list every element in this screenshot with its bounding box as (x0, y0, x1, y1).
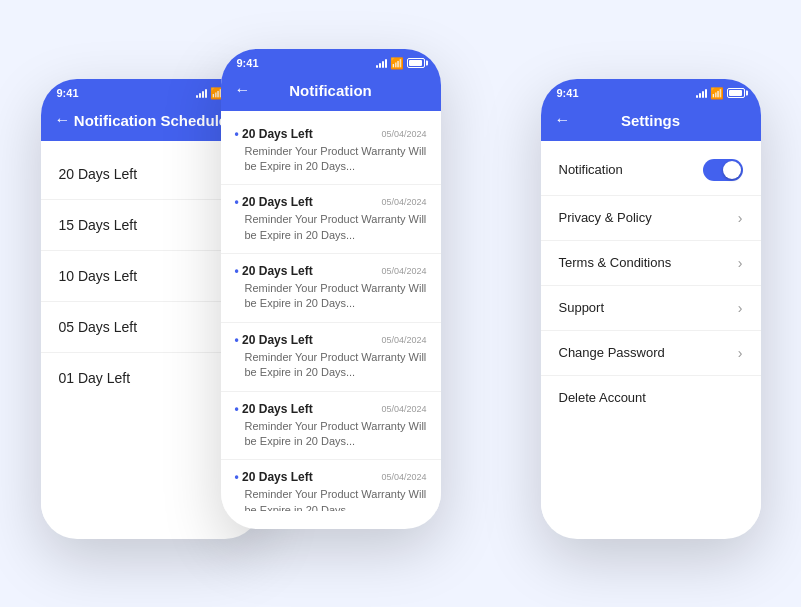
notification-item[interactable]: 20 Days Left 05/04/2024 Reminder Your Pr… (221, 185, 441, 254)
time-1: 9:41 (57, 87, 79, 99)
notif-body: Reminder Your Product Warranty Will be E… (235, 212, 427, 243)
settings-label: Terms & Conditions (559, 255, 672, 270)
settings-item[interactable]: Notification (541, 145, 761, 196)
phones-container: 9:41 📶 ← Notification Schedule 20 Days L… (21, 19, 781, 589)
notification-item[interactable]: 20 Days Left 05/04/2024 Reminder Your Pr… (221, 460, 441, 510)
settings-label: Change Password (559, 345, 665, 360)
schedule-label: 05 Days Left (59, 319, 138, 335)
notification-item[interactable]: 20 Days Left 05/04/2024 Reminder Your Pr… (221, 392, 441, 461)
status-icons-3: 📶 (696, 87, 745, 100)
status-bar-2: 9:41 📶 (221, 49, 441, 74)
header-2: ← Notification (221, 74, 441, 111)
settings-label: Notification (559, 162, 623, 177)
notif-date: 05/04/2024 (381, 129, 426, 139)
settings-label: Delete Account (559, 390, 646, 405)
header-title-3: Settings (621, 112, 680, 129)
schedule-label: 20 Days Left (59, 166, 138, 182)
phone-settings: 9:41 📶 ← Settings Notification Privacy &… (541, 79, 761, 539)
battery-icon-2 (407, 58, 425, 68)
wifi-icon-2: 📶 (390, 57, 404, 70)
notif-date: 05/04/2024 (381, 266, 426, 276)
schedule-label: 10 Days Left (59, 268, 138, 284)
settings-item[interactable]: Privacy & Policy › (541, 196, 761, 241)
notification-item[interactable]: 20 Days Left 05/04/2024 Reminder Your Pr… (221, 254, 441, 323)
toggle-notification[interactable] (703, 159, 743, 181)
notif-body: Reminder Your Product Warranty Will be E… (235, 281, 427, 312)
time-2: 9:41 (237, 57, 259, 69)
header-title-2: Notification (289, 82, 372, 99)
notification-list: 20 Days Left 05/04/2024 Reminder Your Pr… (221, 111, 441, 511)
back-button-1[interactable]: ← (55, 111, 71, 129)
notif-header-row: 20 Days Left 05/04/2024 (235, 127, 427, 141)
notif-title: 20 Days Left (235, 470, 313, 484)
schedule-label: 01 Day Left (59, 370, 131, 386)
signal-icon-3 (696, 88, 707, 98)
chevron-right-icon: › (738, 255, 743, 271)
notif-header-row: 20 Days Left 05/04/2024 (235, 264, 427, 278)
settings-list: Notification Privacy & Policy › Terms & … (541, 141, 761, 423)
notif-title: 20 Days Left (235, 127, 313, 141)
header-3: ← Settings (541, 104, 761, 141)
notif-body: Reminder Your Product Warranty Will be E… (235, 144, 427, 175)
notif-body: Reminder Your Product Warranty Will be E… (235, 419, 427, 450)
signal-icon-2 (376, 58, 387, 68)
notif-title: 20 Days Left (235, 402, 313, 416)
status-bar-3: 9:41 📶 (541, 79, 761, 104)
notif-header-row: 20 Days Left 05/04/2024 (235, 195, 427, 209)
notif-title: 20 Days Left (235, 195, 313, 209)
settings-label: Privacy & Policy (559, 210, 652, 225)
time-3: 9:41 (557, 87, 579, 99)
notif-body: Reminder Your Product Warranty Will be E… (235, 487, 427, 510)
back-button-2[interactable]: ← (235, 81, 251, 99)
notif-date: 05/04/2024 (381, 335, 426, 345)
back-button-3[interactable]: ← (555, 111, 571, 129)
notif-header-row: 20 Days Left 05/04/2024 (235, 333, 427, 347)
notif-date: 05/04/2024 (381, 404, 426, 414)
notif-body: Reminder Your Product Warranty Will be E… (235, 350, 427, 381)
phone-notification: 9:41 📶 ← Notification 20 Days Left 05/04… (221, 49, 441, 529)
notif-title: 20 Days Left (235, 333, 313, 347)
settings-item[interactable]: Change Password › (541, 331, 761, 376)
settings-label: Support (559, 300, 605, 315)
wifi-icon-3: 📶 (710, 87, 724, 100)
chevron-right-icon: › (738, 300, 743, 316)
notification-body: 20 Days Left 05/04/2024 Reminder Your Pr… (221, 111, 441, 511)
notif-header-row: 20 Days Left 05/04/2024 (235, 402, 427, 416)
settings-item[interactable]: Terms & Conditions › (541, 241, 761, 286)
notif-header-row: 20 Days Left 05/04/2024 (235, 470, 427, 484)
chevron-right-icon: › (738, 210, 743, 226)
battery-icon-3 (727, 88, 745, 98)
settings-item[interactable]: Support › (541, 286, 761, 331)
status-icons-2: 📶 (376, 57, 425, 70)
notif-title: 20 Days Left (235, 264, 313, 278)
notif-date: 05/04/2024 (381, 197, 426, 207)
schedule-label: 15 Days Left (59, 217, 138, 233)
notif-date: 05/04/2024 (381, 472, 426, 482)
settings-item[interactable]: Delete Account (541, 376, 761, 419)
notification-item[interactable]: 20 Days Left 05/04/2024 Reminder Your Pr… (221, 323, 441, 392)
header-title-1: Notification Schedule (74, 112, 227, 129)
notification-item[interactable]: 20 Days Left 05/04/2024 Reminder Your Pr… (221, 117, 441, 186)
chevron-right-icon: › (738, 345, 743, 361)
settings-body: Notification Privacy & Policy › Terms & … (541, 141, 761, 521)
signal-icon-1 (196, 88, 207, 98)
